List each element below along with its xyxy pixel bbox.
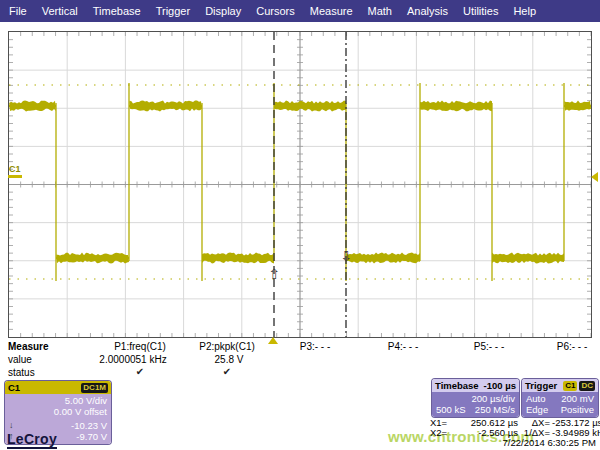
- menu-vertical[interactable]: Vertical: [42, 5, 78, 17]
- trigger-slope: Positive: [561, 404, 594, 415]
- trigger-position-icon[interactable]: [268, 337, 278, 344]
- menu-utilities[interactable]: Utilities: [463, 5, 498, 17]
- measure-p6-label[interactable]: P6:- - -: [557, 341, 588, 352]
- trigger-box[interactable]: Trigger C1 DC Auto 200 mV Edge Positive: [522, 379, 598, 417]
- channel-vdiv: 5.00 V/div: [9, 395, 107, 406]
- cursor2-voltage: -9.70 V: [76, 431, 107, 442]
- channel-zero-label: C1: [9, 164, 21, 174]
- measure-p1-label[interactable]: P1:freq(C1): [114, 341, 166, 352]
- trigger-level-icon[interactable]: [591, 172, 598, 182]
- timebase-tdiv: 200 µs/div: [436, 393, 515, 404]
- measure-p1-status-icon: ✔: [136, 366, 144, 377]
- trigger-type: Edge: [526, 404, 548, 415]
- menu-display[interactable]: Display: [205, 5, 241, 17]
- measure-value-label: value: [8, 354, 32, 365]
- channel-offset: 0.00 V offset: [9, 406, 107, 417]
- measure-p2-label[interactable]: P2:pkpk(C1): [199, 341, 255, 352]
- timebase-delay: -100 µs: [484, 380, 516, 391]
- measure-p2-status-icon: ✔: [223, 366, 231, 377]
- channel-coupling-badge: DC1M: [81, 383, 108, 393]
- menu-analysis[interactable]: Analysis: [407, 5, 448, 17]
- measure-p5-label[interactable]: P5:- - -: [474, 341, 505, 352]
- lecroy-logo: LeCroy: [7, 431, 57, 449]
- trigger-mode: Auto: [526, 393, 546, 404]
- menu-trigger[interactable]: Trigger: [156, 5, 190, 17]
- menu-timebase[interactable]: Timebase: [93, 5, 141, 17]
- menu-file[interactable]: File: [9, 5, 27, 17]
- waveform-trace-svg: ⇧⇩: [9, 32, 591, 337]
- measure-row-label: Measure: [8, 341, 49, 352]
- menu-cursors[interactable]: Cursors: [256, 5, 295, 17]
- waveform-display[interactable]: ⇧⇩: [8, 31, 592, 338]
- channel-zero-marker-icon: [8, 175, 22, 178]
- menu-help[interactable]: Help: [513, 5, 536, 17]
- cursor-x1-down-arrow-icon[interactable]: ⇩: [340, 248, 352, 264]
- timestamp: 7/22/2014 6:30:25 PM: [503, 437, 597, 448]
- measure-p2-value: 25.8 V: [215, 354, 244, 365]
- cursor-x2-up-arrow-icon[interactable]: ⇧: [268, 266, 280, 282]
- channel-name: C1: [8, 382, 20, 393]
- timebase-title: Timebase: [435, 380, 479, 391]
- timebase-samples: 500 kS: [436, 404, 466, 415]
- cursor-readout: X1= 250.612 µs ΔX= -253.172 µs X2= -2.56…: [430, 418, 598, 438]
- trigger-level: 200 mV: [561, 393, 594, 404]
- menu-math[interactable]: Math: [368, 5, 392, 17]
- menu-bar: File Vertical Timebase Trigger Display C…: [0, 0, 600, 22]
- timebase-box[interactable]: Timebase -100 µs 200 µs/div 500 kS 250 M…: [432, 379, 519, 417]
- menu-measure[interactable]: Measure: [310, 5, 353, 17]
- cursor1-voltage: -10.23 V: [71, 420, 107, 431]
- trigger-source-badge: C1: [563, 381, 577, 391]
- oscilloscope-screen: File Vertical Timebase Trigger Display C…: [0, 0, 600, 450]
- trigger-title: Trigger: [525, 380, 557, 391]
- measure-p3-label[interactable]: P3:- - -: [300, 341, 331, 352]
- measure-p4-label[interactable]: P4:- - -: [388, 341, 419, 352]
- measure-p1-value: 2.0000051 kHz: [99, 354, 166, 365]
- cursor1-marker-icon: ↓: [9, 420, 14, 431]
- x2-label: X2=: [430, 428, 456, 438]
- trigger-coupling-badge: DC: [579, 381, 595, 391]
- measure-status-label: status: [8, 367, 35, 378]
- timebase-rate: 250 MS/s: [475, 404, 515, 415]
